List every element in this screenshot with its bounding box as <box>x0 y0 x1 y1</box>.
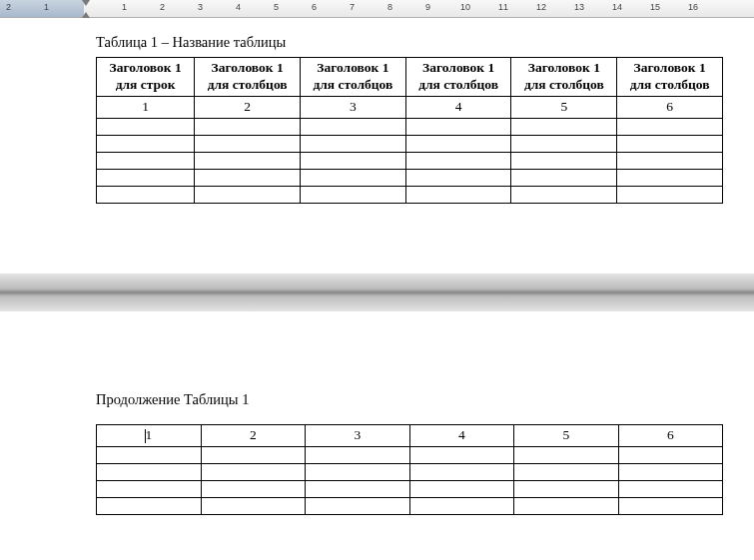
table-row[interactable] <box>97 446 723 463</box>
table-cell[interactable] <box>511 118 617 135</box>
document-page-2[interactable]: Продолжение Таблицы 1 1 2 3 4 5 6 <box>0 311 754 515</box>
ruler-left-margin[interactable] <box>0 0 84 17</box>
table-header-cell[interactable]: Заголовок 1 для столбцов <box>301 58 406 97</box>
table-cell[interactable] <box>511 186 617 203</box>
table-number-row[interactable]: 1 2 3 4 5 6 <box>97 424 723 446</box>
table-row[interactable] <box>97 463 723 480</box>
table-row[interactable] <box>97 186 723 203</box>
table-cell[interactable] <box>97 446 202 463</box>
table-row[interactable] <box>97 497 723 514</box>
table-row[interactable] <box>97 152 723 169</box>
ruler-number: 13 <box>574 2 584 12</box>
table-cell[interactable] <box>97 169 195 186</box>
table-cell[interactable]: 4 <box>409 424 514 446</box>
table-cell[interactable]: 2 <box>195 96 301 118</box>
table-header-cell[interactable]: Заголовок 1 для строк <box>97 58 195 97</box>
first-line-indent-marker[interactable] <box>82 0 90 6</box>
table-cell[interactable] <box>201 497 306 514</box>
table-cell[interactable] <box>306 463 410 480</box>
table-header-row[interactable]: Заголовок 1 для строк Заголовок 1 для ст… <box>97 58 723 97</box>
table-cell[interactable] <box>301 118 406 135</box>
table-cell[interactable] <box>618 446 723 463</box>
table-cell[interactable] <box>201 463 306 480</box>
table-cell[interactable] <box>306 446 410 463</box>
table-cell[interactable] <box>618 480 723 497</box>
table-2[interactable]: 1 2 3 4 5 6 <box>96 424 723 515</box>
ruler-number: 15 <box>650 2 660 12</box>
ruler-number: 10 <box>460 2 470 12</box>
table-header-cell[interactable]: Заголовок 1 для столбцов <box>405 58 511 97</box>
table-cell[interactable] <box>195 169 301 186</box>
table-row[interactable] <box>97 169 723 186</box>
table-cell[interactable] <box>514 497 619 514</box>
table-cell[interactable] <box>617 118 723 135</box>
table-cell[interactable] <box>97 152 195 169</box>
table-cell[interactable]: 5 <box>514 424 619 446</box>
table-cell[interactable]: 3 <box>306 424 410 446</box>
table-row[interactable] <box>97 480 723 497</box>
table-cell[interactable]: 3 <box>301 96 406 118</box>
cell-value: 1 <box>145 427 152 442</box>
table-cell[interactable] <box>97 480 202 497</box>
table-cell[interactable] <box>97 118 195 135</box>
table-cell[interactable] <box>195 152 301 169</box>
table-cell[interactable] <box>301 135 406 152</box>
table-cell[interactable] <box>617 135 723 152</box>
table-cell[interactable]: 2 <box>201 424 306 446</box>
table-cell[interactable] <box>201 446 306 463</box>
ruler-number: 2 <box>160 2 165 12</box>
table-cell[interactable] <box>97 497 202 514</box>
table-cell[interactable] <box>195 118 301 135</box>
table-cell[interactable] <box>405 135 511 152</box>
horizontal-ruler[interactable]: 2 1 1 2 3 4 5 6 7 8 9 10 11 12 13 14 15 … <box>0 0 754 18</box>
table-cell[interactable] <box>306 497 410 514</box>
table-cell[interactable]: 1 <box>97 424 202 446</box>
table-cell[interactable] <box>617 152 723 169</box>
table-cell[interactable] <box>511 169 617 186</box>
table-cell[interactable] <box>409 480 514 497</box>
table-row[interactable] <box>97 118 723 135</box>
table-row[interactable] <box>97 135 723 152</box>
table-cell[interactable] <box>97 186 195 203</box>
document-page-1[interactable]: Таблица 1 – Название таблицы Заголовок 1… <box>0 18 754 204</box>
table-cell[interactable] <box>617 186 723 203</box>
table-cell[interactable] <box>514 446 619 463</box>
table-cell[interactable] <box>301 186 406 203</box>
ruler-number: 14 <box>612 2 622 12</box>
table-cell[interactable] <box>618 497 723 514</box>
table-header-cell[interactable]: Заголовок 1 для столбцов <box>511 58 617 97</box>
table-cell[interactable] <box>301 152 406 169</box>
table-number-row[interactable]: 1 2 3 4 5 6 <box>97 96 723 118</box>
left-indent-marker[interactable] <box>82 12 90 18</box>
table-1[interactable]: Заголовок 1 для строк Заголовок 1 для ст… <box>96 57 723 204</box>
table-cell[interactable] <box>195 186 301 203</box>
table-2-caption[interactable]: Продолжение Таблицы 1 <box>96 391 734 408</box>
table-cell[interactable] <box>195 135 301 152</box>
table-cell[interactable] <box>301 169 406 186</box>
table-cell[interactable] <box>306 480 410 497</box>
table-cell[interactable] <box>405 186 511 203</box>
table-1-caption[interactable]: Таблица 1 – Название таблицы <box>96 34 734 51</box>
table-cell[interactable] <box>617 169 723 186</box>
table-cell[interactable] <box>405 152 511 169</box>
table-cell[interactable] <box>511 135 617 152</box>
table-cell[interactable]: 6 <box>618 424 723 446</box>
table-header-cell[interactable]: Заголовок 1 для столбцов <box>617 58 723 97</box>
table-cell[interactable] <box>97 135 195 152</box>
table-header-cell[interactable]: Заголовок 1 для столбцов <box>195 58 301 97</box>
table-cell[interactable] <box>409 497 514 514</box>
table-cell[interactable]: 4 <box>405 96 511 118</box>
table-cell[interactable] <box>405 118 511 135</box>
table-cell[interactable] <box>409 463 514 480</box>
table-cell[interactable] <box>514 463 619 480</box>
table-cell[interactable]: 1 <box>97 96 195 118</box>
table-cell[interactable] <box>405 169 511 186</box>
table-cell[interactable]: 5 <box>511 96 617 118</box>
table-cell[interactable] <box>511 152 617 169</box>
table-cell[interactable]: 6 <box>617 96 723 118</box>
table-cell[interactable] <box>514 480 619 497</box>
table-cell[interactable] <box>618 463 723 480</box>
table-cell[interactable] <box>409 446 514 463</box>
table-cell[interactable] <box>201 480 306 497</box>
table-cell[interactable] <box>97 463 202 480</box>
